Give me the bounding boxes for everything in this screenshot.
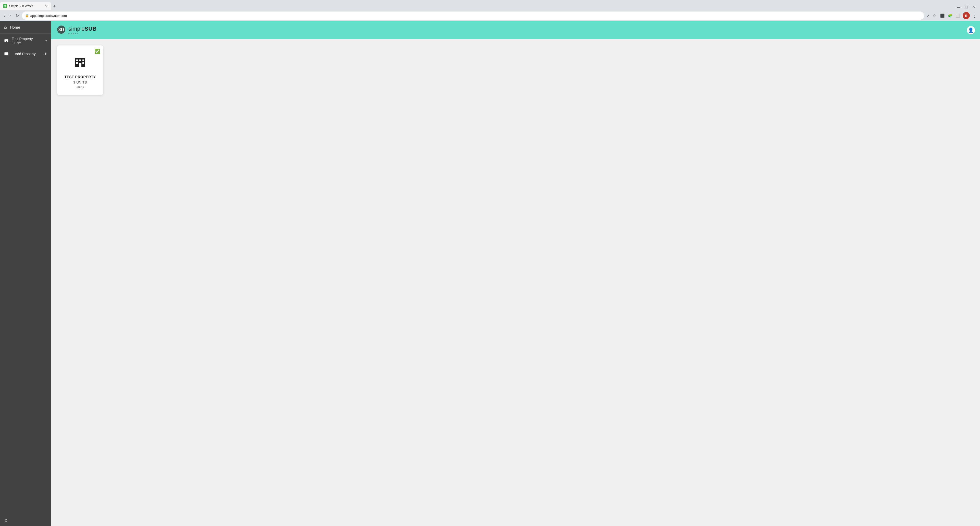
svg-rect-1 (6, 41, 7, 42)
main-content: ✅ (51, 39, 980, 526)
card-units-label: 3 UNITS (73, 80, 87, 84)
svg-rect-8 (83, 59, 84, 61)
bookmark-button[interactable]: ☆ (932, 13, 937, 19)
account-circle-icon: 👤 (968, 27, 974, 33)
check-badge-icon: ✅ (94, 48, 100, 54)
app: ⌂ Home Test Property 3 Units ▾ (0, 21, 980, 526)
extension-button-2[interactable]: 🧩 (946, 12, 953, 19)
tab-bar: S SimpleSub Water ✕ + — ❐ ✕ (0, 0, 980, 10)
card-status-label: OKAY (76, 85, 84, 89)
logo-prefix: simple (68, 26, 85, 32)
svg-rect-6 (76, 59, 78, 61)
settings-button[interactable]: ⚙ (4, 518, 8, 523)
properties-grid: ✅ (57, 45, 974, 95)
tab-title: SimpleSub Water (9, 4, 43, 8)
logo-text-container: simpleSUB water (68, 26, 97, 35)
svg-rect-9 (76, 62, 78, 64)
minimize-button[interactable]: — (955, 4, 963, 10)
sidebar: ⌂ Home Test Property 3 Units ▾ (0, 21, 51, 526)
extension-button-3[interactable]: ⬜ (954, 12, 961, 19)
svg-rect-10 (83, 62, 84, 64)
logo-sub: water (68, 32, 97, 35)
chevron-down-icon: ▾ (45, 39, 47, 43)
sidebar-property-item[interactable]: Test Property 3 Units ▾ (0, 34, 51, 48)
url-text: app.simplesubwater.com (30, 14, 921, 18)
svg-rect-2 (5, 53, 8, 55)
sidebar-property-subtitle: 3 Units (12, 41, 45, 45)
sidebar-add-property-item[interactable]: Add Property + (0, 48, 51, 60)
svg-rect-7 (80, 59, 81, 61)
home-icon: ⌂ (4, 24, 7, 30)
address-bar: ‹ › ↻ 🔒 app.simplesubwater.com ↗ ☆ ⬛ 🧩 ⬜… (0, 10, 980, 21)
sidebar-property-content: Test Property 3 Units (12, 37, 45, 45)
main-area: 3D simpleSUB water 👤 ✅ (51, 21, 980, 526)
active-tab[interactable]: S SimpleSub Water ✕ (0, 2, 51, 10)
logo-suffix: SUB (85, 26, 97, 32)
lock-icon: 🔒 (25, 14, 29, 18)
logo-icon: 3D (56, 24, 66, 36)
back-button[interactable]: ‹ (2, 12, 6, 19)
window-controls: — ❐ ✕ (953, 4, 980, 10)
property-list-icon (4, 51, 9, 57)
plus-icon: + (44, 51, 47, 57)
browser-menu-button[interactable]: ⋮ (971, 12, 978, 19)
share-button[interactable]: ↗ (926, 13, 931, 19)
property-card[interactable]: ✅ (57, 45, 103, 95)
sidebar-home-label: Home (10, 25, 20, 29)
property-icon (4, 38, 9, 44)
profile-button[interactable]: B (963, 12, 970, 19)
address-actions: ↗ ☆ (926, 13, 937, 19)
extensions-area: ⬛ 🧩 ⬜ (939, 12, 961, 19)
card-property-name: TEST PROPERTY (64, 75, 96, 79)
tab-favicon: S (3, 4, 7, 8)
tab-close-button[interactable]: ✕ (45, 4, 48, 8)
building-icon (73, 55, 87, 71)
topbar: 3D simpleSUB water 👤 (51, 21, 980, 39)
sidebar-home-item[interactable]: ⌂ Home (0, 21, 51, 33)
forward-button[interactable]: › (8, 12, 12, 19)
close-button[interactable]: ✕ (971, 4, 978, 10)
browser-chrome: S SimpleSub Water ✕ + — ❐ ✕ ‹ › ↻ 🔒 app.… (0, 0, 980, 21)
maximize-button[interactable]: ❐ (963, 4, 970, 10)
new-tab-button[interactable]: + (51, 3, 58, 10)
svg-text:3D: 3D (59, 27, 64, 32)
url-bar[interactable]: 🔒 app.simplesubwater.com (22, 11, 924, 20)
user-avatar-button[interactable]: 👤 (967, 26, 975, 34)
logo: 3D simpleSUB water (56, 24, 97, 36)
svg-rect-11 (79, 63, 81, 67)
add-property-label: Add Property (15, 52, 36, 56)
sidebar-bottom: ⚙ (0, 515, 51, 526)
extension-button-1[interactable]: ⬛ (939, 12, 946, 19)
refresh-button[interactable]: ↻ (14, 12, 21, 19)
sidebar-property-title: Test Property (12, 37, 45, 41)
